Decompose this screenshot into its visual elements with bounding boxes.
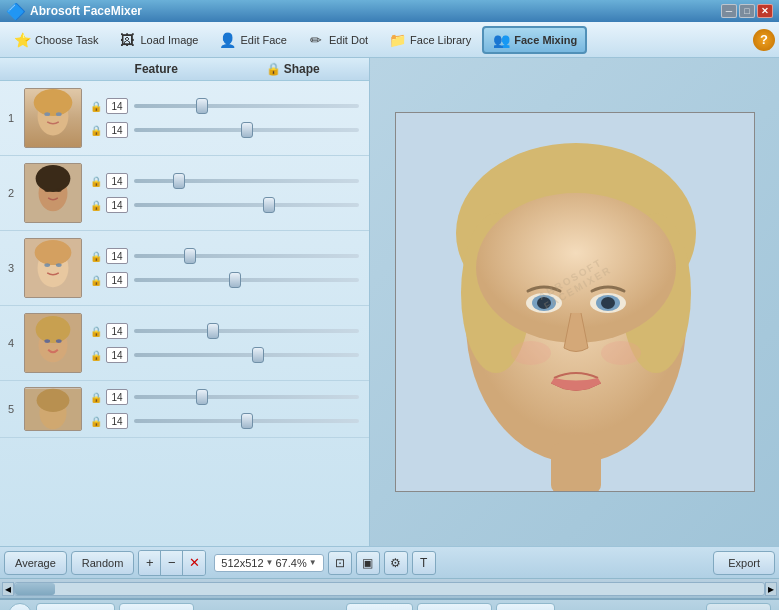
toolbar-face-library-label: Face Library <box>410 34 471 46</box>
feature-value: 14 <box>106 248 128 264</box>
horizontal-scrollbar[interactable] <box>14 582 765 596</box>
fit-view-button[interactable]: ⊡ <box>328 551 352 575</box>
feature-header: Feature <box>88 62 225 76</box>
zoom-controls: + − ✕ <box>138 550 206 576</box>
zoom-display: 512x512 ▼ 67.4% ▼ <box>214 554 323 572</box>
shape-slider-track[interactable] <box>134 278 359 282</box>
zoom-in-button[interactable]: + <box>139 551 161 575</box>
save-as-button[interactable]: Save As... <box>417 603 493 610</box>
feature-slider-area: 🔒 14 🔒 14 <box>90 248 361 288</box>
controls-bar: Average Random + − ✕ 512x512 ▼ 67.4% ▼ ⊡… <box>0 546 779 578</box>
toolbar-face-library[interactable]: 📁 Face Library <box>379 27 480 53</box>
svg-point-3 <box>56 112 62 116</box>
random-button[interactable]: Random <box>71 551 135 575</box>
shape-slider-thumb[interactable] <box>241 413 253 429</box>
toolbar-load-image[interactable]: 🖼 Load Image <box>109 27 207 53</box>
close-button[interactable]: ✕ <box>757 4 773 18</box>
feature-slider-thumb[interactable] <box>207 323 219 339</box>
face-number: 2 <box>8 187 24 199</box>
settings-icon-button[interactable]: ⚙ <box>8 603 32 610</box>
title-bar-controls: ─ □ ✕ <box>721 4 773 18</box>
feature-slider-track[interactable] <box>134 395 359 399</box>
shape-slider-track[interactable] <box>134 353 359 357</box>
feature-lock-icon: 🔒 <box>90 326 102 337</box>
svg-point-11 <box>35 240 72 265</box>
shape-slider-thumb[interactable] <box>252 347 264 363</box>
feature-slider-thumb[interactable] <box>196 389 208 405</box>
scroll-right-button[interactable]: ▸ <box>765 582 777 596</box>
faces-list: 1 🔒 <box>0 81 369 546</box>
main-area: Feature 🔒 Shape 1 <box>0 58 779 546</box>
feature-slider-group: 🔒 14 <box>90 323 361 339</box>
shape-slider-track[interactable] <box>134 419 359 423</box>
scrollbar-thumb[interactable] <box>15 583 55 595</box>
feature-slider-track[interactable] <box>134 254 359 258</box>
app-title: Abrosoft FaceMixer <box>30 4 142 18</box>
shape-value: 14 <box>106 413 128 429</box>
svg-point-17 <box>44 339 50 343</box>
average-button[interactable]: Average <box>4 551 67 575</box>
bottom-right: Next <box>706 603 771 610</box>
feature-slider-area: 🔒 14 🔒 14 <box>90 98 361 138</box>
feature-slider-thumb[interactable] <box>173 173 185 189</box>
shape-slider-thumb[interactable] <box>263 197 275 213</box>
export-button[interactable]: Export <box>713 551 775 575</box>
feature-lock-icon: 🔒 <box>90 392 102 403</box>
star-icon: ⭐ <box>13 31 31 49</box>
toolbar-load-image-label: Load Image <box>140 34 198 46</box>
maximize-button[interactable]: □ <box>739 4 755 18</box>
shape-slider-group: 🔒 14 <box>90 347 361 363</box>
toolbar: ⭐ Choose Task 🖼 Load Image 👤 Edit Face ✏… <box>0 22 779 58</box>
shape-slider-thumb[interactable] <box>241 122 253 138</box>
help-button[interactable]: ? <box>753 29 775 51</box>
left-panel: Feature 🔒 Shape 1 <box>0 58 370 546</box>
shape-value: 14 <box>106 272 128 288</box>
feature-slider-thumb[interactable] <box>184 248 196 264</box>
toolbar-face-mixing[interactable]: 👥 Face Mixing <box>482 26 587 54</box>
feature-slider-group: 🔒 14 <box>90 173 361 189</box>
face-number: 3 <box>8 262 24 274</box>
register-button[interactable]: Register... <box>119 603 195 610</box>
shape-slider-group: 🔒 14 <box>90 413 361 429</box>
shape-slider-thumb[interactable] <box>229 272 241 288</box>
mixing-icon: 👥 <box>492 31 510 49</box>
svg-point-18 <box>56 339 62 343</box>
svg-point-13 <box>56 263 62 267</box>
shape-slider-track[interactable] <box>134 203 359 207</box>
buy-button[interactable]: Buy Now... <box>36 603 115 610</box>
shape-value: 14 <box>106 347 128 363</box>
feature-value: 14 <box>106 98 128 114</box>
next-button[interactable]: Next <box>706 603 771 610</box>
shape-slider-group: 🔒 14 <box>90 197 361 213</box>
feature-slider-track[interactable] <box>134 329 359 333</box>
toolbar-edit-face[interactable]: 👤 Edit Face <box>210 27 296 53</box>
title-bar: 🔷 Abrosoft FaceMixer ─ □ ✕ <box>0 0 779 22</box>
toolbar-face-mixing-label: Face Mixing <box>514 34 577 46</box>
minimize-button[interactable]: ─ <box>721 4 737 18</box>
toolbar-choose-task-label: Choose Task <box>35 34 98 46</box>
scroll-area[interactable]: ◂ ▸ <box>0 578 779 598</box>
svg-point-8 <box>56 188 62 192</box>
feature-slider-group: 🔒 14 <box>90 98 361 114</box>
zoom-pct-label: 67.4% <box>276 557 307 569</box>
save-button[interactable]: Save <box>346 603 413 610</box>
shape-lock-icon: 🔒 <box>90 275 102 286</box>
actual-size-button[interactable]: ▣ <box>356 551 380 575</box>
feature-slider-thumb[interactable] <box>196 98 208 114</box>
right-panel: ABROSOFTFACEMIXER <box>370 58 779 546</box>
back-button[interactable]: Back <box>496 603 554 610</box>
feature-lock-icon: 🔒 <box>90 101 102 112</box>
face-number: 4 <box>8 337 24 349</box>
shape-slider-track[interactable] <box>134 128 359 132</box>
scroll-left-button[interactable]: ◂ <box>2 582 14 596</box>
feature-slider-track[interactable] <box>134 179 359 183</box>
toolbar-edit-dot[interactable]: ✏ Edit Dot <box>298 27 377 53</box>
face-thumbnail <box>24 387 82 431</box>
close-view-button[interactable]: ✕ <box>183 551 205 575</box>
toolbar-choose-task[interactable]: ⭐ Choose Task <box>4 27 107 53</box>
settings-button[interactable]: ⚙ <box>384 551 408 575</box>
feature-slider-track[interactable] <box>134 104 359 108</box>
zoom-out-button[interactable]: − <box>161 551 183 575</box>
feature-slider-area: 🔒 14 🔒 14 <box>90 323 361 363</box>
text-button[interactable]: T <box>412 551 436 575</box>
